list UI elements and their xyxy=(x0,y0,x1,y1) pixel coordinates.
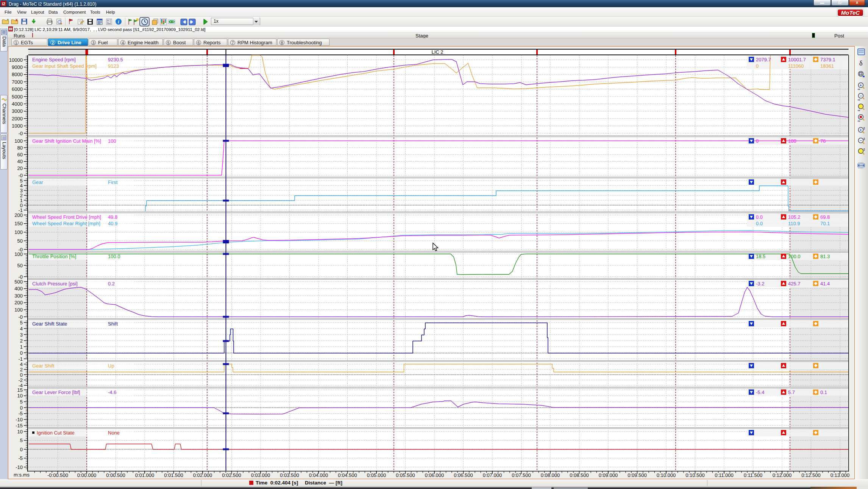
svg-text:200: 200 xyxy=(14,212,23,218)
svg-text:Throttle Position [%]: Throttle Position [%] xyxy=(32,254,76,259)
svg-text:200: 200 xyxy=(14,300,23,305)
svg-text:81.3: 81.3 xyxy=(820,254,830,259)
svg-text:400: 400 xyxy=(14,286,23,291)
svg-text:111060: 111060 xyxy=(788,63,804,69)
svg-text:15: 15 xyxy=(17,387,23,393)
svg-text:0:02.000: 0:02.000 xyxy=(193,472,212,478)
svg-text:9123: 9123 xyxy=(108,63,119,69)
svg-text:100: 100 xyxy=(14,251,23,257)
svg-text:0:11.500: 0:11.500 xyxy=(744,472,763,478)
svg-text:5: 5 xyxy=(20,320,23,325)
svg-text:110.9: 110.9 xyxy=(788,221,800,226)
svg-text:10: 10 xyxy=(17,429,23,434)
svg-text:-3.2: -3.2 xyxy=(756,281,764,287)
svg-text:3: 3 xyxy=(20,332,23,338)
svg-text:0:10.500: 0:10.500 xyxy=(685,472,705,478)
svg-text:-15: -15 xyxy=(16,423,23,428)
svg-text:-5: -5 xyxy=(18,411,23,416)
svg-text:None: None xyxy=(108,430,120,436)
svg-text:1: 1 xyxy=(20,344,23,350)
svg-text:3000: 3000 xyxy=(12,108,23,114)
svg-text:0:02.500: 0:02.500 xyxy=(222,472,241,478)
svg-text:0:06.000: 0:06.000 xyxy=(425,472,444,478)
svg-text:–: – xyxy=(860,138,862,143)
svg-text:4000: 4000 xyxy=(12,101,23,107)
svg-text:100: 100 xyxy=(788,138,796,144)
svg-text:0:00.000: 0:00.000 xyxy=(77,472,97,478)
svg-text:6000: 6000 xyxy=(12,86,23,92)
svg-text:20: 20 xyxy=(17,165,23,171)
svg-text:100: 100 xyxy=(14,138,23,144)
svg-text:2: 2 xyxy=(20,338,23,344)
svg-text:0:08.000: 0:08.000 xyxy=(541,472,560,478)
svg-text:76: 76 xyxy=(820,138,826,144)
svg-text:-4.6: -4.6 xyxy=(108,389,116,395)
svg-text:0:06.500: 0:06.500 xyxy=(454,472,473,478)
svg-text:0.2: 0.2 xyxy=(108,281,115,287)
svg-text:–: – xyxy=(860,93,862,98)
svg-text:100: 100 xyxy=(14,307,23,313)
svg-text:-10: -10 xyxy=(16,464,23,470)
svg-text:0:05.500: 0:05.500 xyxy=(396,472,415,478)
svg-text:+: + xyxy=(860,83,862,87)
svg-text:-0: -0 xyxy=(18,131,23,136)
svg-text:40.9: 40.9 xyxy=(108,221,117,226)
svg-text:0: 0 xyxy=(756,138,759,144)
svg-text:Gear Lever Force [lbf]: Gear Lever Force [lbf] xyxy=(32,389,80,395)
svg-text:425.7: 425.7 xyxy=(788,281,801,287)
svg-text:-5: -5 xyxy=(18,455,23,461)
svg-text:-5.4: -5.4 xyxy=(756,389,764,395)
svg-text:1000: 1000 xyxy=(12,123,23,129)
svg-text:5: 5 xyxy=(20,399,23,405)
svg-text:10001.7: 10001.7 xyxy=(788,57,806,62)
svg-text:0: 0 xyxy=(20,447,23,452)
svg-text:2: 2 xyxy=(20,367,23,372)
svg-text:0: 0 xyxy=(20,372,23,378)
svg-text:Gear Shift State: Gear Shift State xyxy=(32,321,67,327)
svg-text:-0: -0 xyxy=(18,173,23,178)
svg-text:40: 40 xyxy=(17,159,23,164)
svg-text:0.0: 0.0 xyxy=(756,221,763,226)
svg-text:300: 300 xyxy=(14,293,23,299)
svg-text:0:07.000: 0:07.000 xyxy=(483,472,502,478)
svg-text:0:09.000: 0:09.000 xyxy=(599,472,618,478)
svg-text:0:04.000: 0:04.000 xyxy=(309,472,328,478)
svg-text:x: x xyxy=(16,18,18,22)
svg-text:500: 500 xyxy=(14,279,23,285)
svg-text:60: 60 xyxy=(17,152,23,157)
svg-text:0:13.000: 0:13.000 xyxy=(831,472,850,478)
svg-text:7379.1: 7379.1 xyxy=(820,57,835,62)
svg-text:0:12.000: 0:12.000 xyxy=(773,472,792,478)
svg-text:10: 10 xyxy=(17,393,23,399)
svg-text:0:10.000: 0:10.000 xyxy=(657,472,676,478)
svg-text:8000: 8000 xyxy=(12,72,23,77)
svg-text:Engine Speed [rpm]: Engine Speed [rpm] xyxy=(32,57,76,62)
svg-text:-0: -0 xyxy=(18,314,23,320)
svg-text:+: + xyxy=(860,128,862,132)
svg-text:50: 50 xyxy=(17,263,23,268)
svg-text:4: 4 xyxy=(20,326,23,332)
svg-text:0:12.500: 0:12.500 xyxy=(801,472,821,478)
svg-text:18.5: 18.5 xyxy=(756,254,765,259)
svg-text:100.0: 100.0 xyxy=(788,254,801,259)
svg-text:Up: Up xyxy=(108,363,114,369)
svg-text:7000: 7000 xyxy=(12,79,23,85)
svg-text:0:11.000: 0:11.000 xyxy=(715,472,734,478)
svg-text:4: 4 xyxy=(20,361,23,367)
svg-text:Wheel Speed Front Drive [mph]: Wheel Speed Front Drive [mph] xyxy=(32,214,101,220)
svg-text:0:04.500: 0:04.500 xyxy=(338,472,357,478)
svg-text:9230.5: 9230.5 xyxy=(108,57,123,62)
svg-text:0: 0 xyxy=(20,405,23,411)
svg-text:50: 50 xyxy=(17,238,23,244)
svg-text:LIC 2: LIC 2 xyxy=(431,49,443,55)
svg-text:18361: 18361 xyxy=(820,63,834,69)
svg-text:150: 150 xyxy=(14,221,23,226)
svg-text:-0:00.500: -0:00.500 xyxy=(47,472,68,478)
svg-text:Shift: Shift xyxy=(108,321,118,327)
svg-text:0:03.500: 0:03.500 xyxy=(280,472,299,478)
svg-text:Gear: Gear xyxy=(32,179,44,185)
svg-text:First: First xyxy=(108,179,118,185)
svg-text:69.8: 69.8 xyxy=(820,214,830,220)
svg-text:-10: -10 xyxy=(16,417,23,422)
svg-text:49.8: 49.8 xyxy=(108,214,117,220)
